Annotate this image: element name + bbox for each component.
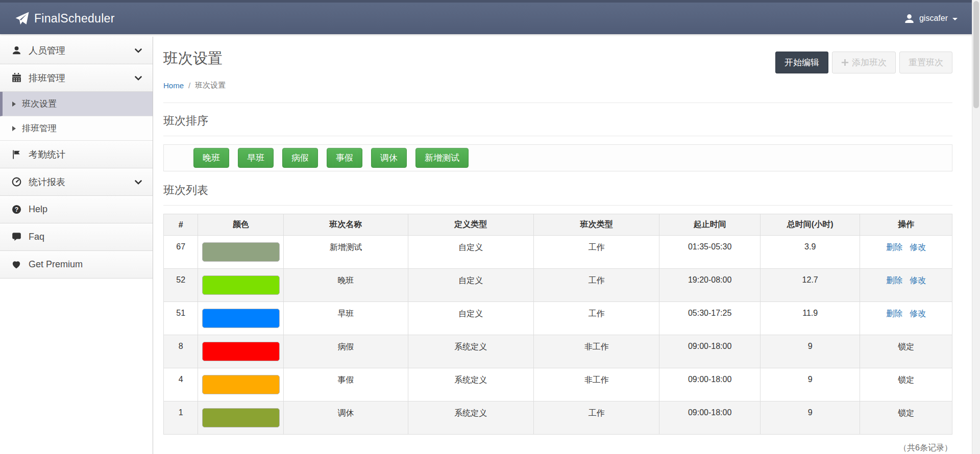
locked-label: 锁定 — [898, 375, 914, 384]
modify-link[interactable]: 修改 — [910, 276, 926, 285]
sidebar: 人员管理 排班管理 班次设置 排班管理 考勤统计 统计报表 — [0, 37, 153, 454]
shift-sort-panel: 晚班 早班 病假 事假 调休 新增测试 — [163, 144, 952, 171]
row-def-type: 自定义 — [408, 269, 533, 302]
table-row: 4 事假 系统定义 非工作 09:00-18:00 9 锁定 — [164, 368, 952, 401]
toolbar: 开始编辑 添加班次 重置班次 — [775, 52, 952, 73]
scrollbar[interactable] — [972, 0, 980, 454]
sidebar-item-label: 排班管理 — [29, 72, 65, 84]
shift-sort-button[interactable]: 晚班 — [193, 148, 229, 168]
heart-icon — [10, 260, 22, 269]
row-color-cell — [198, 335, 284, 368]
row-shift-type: 工作 — [534, 401, 659, 435]
scrollbar-thumb[interactable] — [973, 1, 979, 108]
modify-link[interactable]: 修改 — [910, 243, 926, 251]
sidebar-item-label: Get Premium — [29, 259, 83, 270]
shift-sort-button[interactable]: 事假 — [327, 148, 362, 168]
brand-name: FinalScheduler — [34, 12, 115, 26]
col-time: 起止时间 — [659, 214, 761, 236]
shift-sort-button[interactable]: 调休 — [371, 148, 407, 168]
comment-icon — [10, 232, 22, 242]
sidebar-item-faq[interactable]: Faq — [0, 223, 153, 251]
add-shift-label: 添加班次 — [852, 57, 887, 68]
row-shift-type: 非工作 — [534, 335, 659, 368]
list-section-heading: 班次列表 — [163, 183, 952, 198]
row-ops: 锁定 — [860, 368, 952, 401]
delete-link[interactable]: 删除 — [886, 243, 902, 251]
row-color-cell — [198, 401, 284, 435]
sort-section-heading: 班次排序 — [163, 113, 952, 129]
row-ops: 锁定 — [860, 335, 952, 368]
col-ops: 操作 — [860, 214, 952, 236]
row-shift-type: 工作 — [534, 269, 659, 302]
row-name: 事假 — [284, 368, 408, 401]
username: giscafer — [919, 14, 948, 23]
row-id: 51 — [164, 302, 198, 335]
breadcrumb-separator: / — [188, 81, 190, 90]
user-menu[interactable]: giscafer — [904, 13, 958, 24]
sidebar-item-personnel[interactable]: 人员管理 — [0, 37, 153, 64]
row-color-cell — [198, 236, 284, 269]
row-time: 19:20-08:00 — [659, 269, 761, 302]
table-row: 8 病假 系统定义 非工作 09:00-18:00 9 锁定 — [164, 335, 952, 368]
shift-sort-button[interactable]: 新增测试 — [415, 148, 469, 168]
row-time: 01:35-05:30 — [659, 236, 761, 269]
row-name: 调休 — [284, 401, 408, 435]
row-def-type: 自定义 — [408, 302, 533, 335]
row-id: 1 — [164, 401, 198, 435]
delete-link[interactable]: 删除 — [886, 309, 902, 318]
paper-plane-icon — [15, 12, 29, 26]
breadcrumb-home-link[interactable]: Home — [163, 81, 184, 90]
plus-icon — [841, 59, 849, 66]
breadcrumb: Home / 班次设置 — [163, 81, 952, 90]
color-swatch — [202, 275, 280, 295]
caret-right-icon — [12, 126, 16, 131]
sidebar-item-shift-management[interactable]: 排班管理 — [0, 116, 153, 141]
row-hours: 9 — [760, 368, 860, 401]
divider — [163, 103, 952, 103]
table-row: 1 调休 系统定义 工作 09:00-18:00 9 锁定 — [164, 401, 952, 435]
row-id: 4 — [164, 368, 198, 401]
col-id: # — [164, 214, 198, 236]
sidebar-item-shift-settings[interactable]: 班次设置 — [0, 92, 153, 116]
brand[interactable]: FinalScheduler — [15, 12, 115, 26]
sidebar-item-get-premium[interactable]: Get Premium — [0, 251, 153, 279]
row-def-type: 系统定义 — [408, 335, 533, 368]
row-ops: 删除修改 — [860, 302, 952, 335]
chevron-down-icon — [134, 46, 142, 55]
row-time: 09:00-18:00 — [659, 335, 761, 368]
row-id: 8 — [164, 335, 198, 368]
sidebar-item-label: 统计报表 — [29, 176, 65, 188]
color-swatch — [202, 242, 280, 262]
row-name: 早班 — [284, 302, 408, 335]
sidebar-item-label: 班次设置 — [22, 98, 57, 110]
row-time: 09:00-18:00 — [659, 368, 761, 401]
color-swatch — [202, 408, 280, 427]
delete-link[interactable]: 删除 — [886, 276, 902, 285]
sidebar-item-scheduling[interactable]: 排班管理 — [0, 64, 153, 92]
shift-sort-button[interactable]: 病假 — [282, 148, 318, 168]
color-swatch — [202, 309, 280, 328]
sidebar-item-help[interactable]: ? Help — [0, 196, 153, 223]
start-edit-button[interactable]: 开始编辑 — [775, 52, 828, 73]
divider — [163, 205, 952, 206]
chevron-down-icon — [134, 74, 142, 82]
top-navbar: FinalScheduler giscafer — [0, 0, 980, 34]
reset-shift-button[interactable]: 重置班次 — [899, 52, 952, 73]
col-hours: 总时间(小时) — [760, 214, 860, 236]
sidebar-item-label: 考勤统计 — [29, 148, 65, 161]
row-color-cell — [198, 368, 284, 401]
modify-link[interactable]: 修改 — [910, 309, 926, 318]
shift-sort-button[interactable]: 早班 — [238, 148, 274, 168]
row-hours: 9 — [760, 401, 860, 435]
row-name: 晚班 — [284, 269, 408, 302]
row-name: 病假 — [284, 335, 408, 368]
sidebar-item-attendance-stats[interactable]: 考勤统计 — [0, 141, 153, 168]
locked-label: 锁定 — [898, 342, 914, 351]
locked-label: 锁定 — [898, 409, 914, 417]
add-shift-button[interactable]: 添加班次 — [832, 52, 896, 73]
row-def-type: 系统定义 — [408, 401, 533, 435]
sidebar-item-label: Help — [29, 204, 47, 215]
breadcrumb-current: 班次设置 — [195, 81, 226, 90]
sidebar-item-reports[interactable]: 统计报表 — [0, 168, 153, 196]
table-row: 67 新增测试 自定义 工作 01:35-05:30 3.9 删除修改 — [164, 236, 952, 269]
